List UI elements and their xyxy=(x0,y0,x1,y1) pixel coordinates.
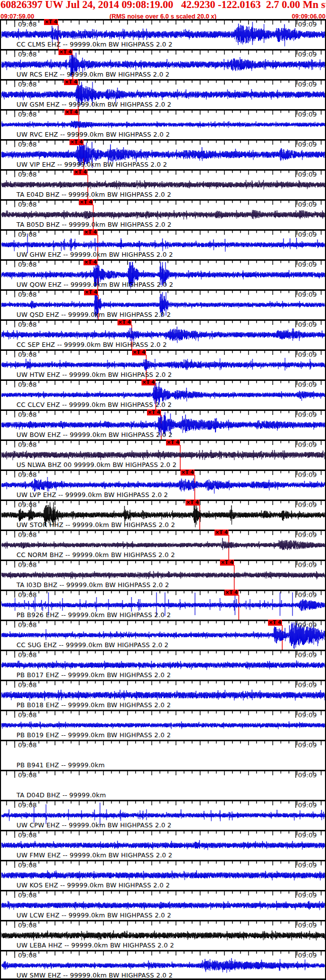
trace-panel: 09:0809:09PB B941 EHZ -- 99999.0km xyxy=(0,740,326,770)
pick-flag[interactable]: ×T 4 xyxy=(84,259,98,265)
pick-flag[interactable]: ×T 4 xyxy=(64,109,78,115)
station-label: PB B017 EHZ -- 99999.0km BW HIGHPASS 2.0… xyxy=(16,672,171,678)
pick-flag[interactable]: ×T 4 xyxy=(147,409,161,415)
station-label: UW CPW EHZ -- 99999.0km BW HIGHPASS 2.0 … xyxy=(16,822,172,828)
pick-flag[interactable]: ×T 4 xyxy=(166,439,180,445)
panel-start-time: 09:08 xyxy=(18,862,36,868)
pick-flag[interactable]: ×T 4 xyxy=(268,620,282,626)
trace-panel: 09:0809:09PB B017 EHZ -- 99999.0km BW HI… xyxy=(0,650,326,680)
panel-start-time: 09:08 xyxy=(18,682,36,688)
trace-panel: 09:0809:09×T 4UW RVC EHZ -- 99999.0km BW… xyxy=(0,109,326,139)
trace-panel: 09:0809:09×T 4UW LVP EHZ -- 99999.0km BW… xyxy=(0,469,326,500)
station-label: UW GHW EHZ -- 99999.0km BW HIGHPASS 2.0 … xyxy=(16,251,173,258)
panel-start-time: 09:08 xyxy=(18,502,36,508)
panel-start-time: 09:08 xyxy=(18,622,36,628)
pick-flag[interactable]: ×T 4 xyxy=(186,500,200,506)
panel-start-time: 09:08 xyxy=(18,201,36,208)
trace-panel: 09:0809:09×T 4CC NORM BHZ -- 99999.0km B… xyxy=(0,530,326,560)
pick-flag[interactable]: ×T 4 xyxy=(214,530,228,536)
station-label: UW LEBA HHZ -- 99999.0km BW HIGHPASS 2.0… xyxy=(16,942,174,948)
station-label: UW QSD EHZ -- 99999.0km BW HIGHPASS 2.0 … xyxy=(16,311,171,318)
panel-start-time: 09:08 xyxy=(18,321,36,328)
panel-end-time: 09:09 xyxy=(298,201,316,208)
trace-panel: 09:0809:09×T 4UW VIP EHZ -- 99999.0km BW… xyxy=(0,139,326,169)
pick-flag[interactable]: ×T 4 xyxy=(58,49,72,55)
panel-start-time: 09:08 xyxy=(18,21,36,28)
pick-flag[interactable]: ×T 4 xyxy=(79,199,93,205)
station-label: TA D04D BHZ -- 99999.0km xyxy=(16,792,106,798)
panel-end-time: 09:09 xyxy=(298,81,316,88)
trace-panel: 09:0809:09×T 4UW STOR HHZ -- 99999.0km B… xyxy=(0,500,326,530)
station-label: CC CLMS EHZ -- 99999.0km BW HIGHPASS 2.0… xyxy=(16,41,172,48)
panel-end-time: 09:09 xyxy=(298,742,316,748)
pick-flag[interactable]: ×T 4 xyxy=(142,379,156,385)
pick-flag[interactable]: ×T 4 xyxy=(84,229,98,235)
station-label: PB B926 EHZ -- 99999.0km BW HIGHPASS 2.0… xyxy=(16,612,171,618)
panel-start-time: 09:08 xyxy=(18,231,36,238)
trace-panel: 09:0809:09×T 4UW RCS EHZ -- 99999.0km BW… xyxy=(0,49,326,79)
panel-end-time: 09:09 xyxy=(298,862,316,868)
trace-panel: 09:0809:09UW FMW EHZ -- 99999.0km BW HIG… xyxy=(0,830,326,860)
panel-end-time: 09:09 xyxy=(298,381,316,388)
trace-list: 09:0809:09×T 4CC CLMS EHZ -- 99999.0km B… xyxy=(0,19,326,980)
panel-end-time: 09:09 xyxy=(298,802,316,808)
panel-start-time: 09:08 xyxy=(18,802,36,808)
panel-end-time: 09:09 xyxy=(298,141,316,148)
panel-end-time: 09:09 xyxy=(298,562,316,568)
pick-flag[interactable]: ×T 4 xyxy=(180,469,194,475)
station-label: UW STOR HHZ -- 99999.0km BW HIGHPASS 2.0… xyxy=(16,522,175,528)
panel-start-time: 09:08 xyxy=(18,141,36,148)
panel-end-time: 09:09 xyxy=(298,832,316,838)
station-label: CC SEP EHZ -- 99999.0km BW HIGHPASS 2.0 … xyxy=(16,341,167,348)
panel-end-time: 09:09 xyxy=(298,532,316,538)
panel-end-time: 09:09 xyxy=(298,652,316,658)
trace-panel: 09:0809:09UW CPW EHZ -- 99999.0km BW HIG… xyxy=(0,800,326,830)
trace-panel: 09:0809:09UW LEBA HHZ -- 99999.0km BW HI… xyxy=(0,920,326,950)
station-label: UW LCW EHZ -- 99999.0km BW HIGHPASS 2.0 … xyxy=(16,912,171,918)
station-label: PB B019 EHZ -- 99999.0km BW HIGHPASS 2.0… xyxy=(16,732,171,738)
pick-flag[interactable]: ×T 4 xyxy=(224,590,238,596)
panel-start-time: 09:08 xyxy=(18,892,36,898)
station-label: UW QOW EHZ -- 99999.0km BW HIGHPASS 2.0 … xyxy=(16,281,173,288)
station-label: CC NORM BHZ -- 99999.0km BW HIGHPASS 2.0… xyxy=(16,552,175,558)
station-label: US NLWA BHZ 00 99999.0km BW HIGHPASS 2.0… xyxy=(16,461,176,468)
panel-end-time: 09:09 xyxy=(298,21,316,28)
panel-start-time: 09:08 xyxy=(18,81,36,88)
panel-end-time: 09:09 xyxy=(298,111,316,118)
panel-end-time: 09:09 xyxy=(298,231,316,238)
pick-flag[interactable]: ×T 4 xyxy=(44,19,58,25)
pick-flag[interactable]: ×T 4 xyxy=(70,139,84,145)
panel-start-time: 09:08 xyxy=(18,532,36,538)
station-label: TA B05D BHZ -- 99999.0km BW HIGHPASS 2.0… xyxy=(16,221,172,228)
station-label: UW BOW EHZ -- 99999.0km BW HIGHPASS 2.0 … xyxy=(16,431,172,438)
panel-start-time: 09:08 xyxy=(18,952,36,958)
seismogram-window: 60826397 UW Jul 24, 2014 09:08:19.00 42.… xyxy=(0,0,326,980)
pick-flag[interactable]: ×T 4 xyxy=(64,79,78,85)
panel-end-time: 09:09 xyxy=(298,952,316,958)
station-label: UW KOS EHZ -- 99999.0km BW HIGHPASS 2.0 … xyxy=(16,882,170,888)
pick-flag[interactable]: ×T 4 xyxy=(74,169,88,175)
panel-start-time: 09:08 xyxy=(18,742,36,748)
panel-start-time: 09:08 xyxy=(18,562,36,568)
trace-panel: 09:0809:09UW LCW EHZ -- 99999.0km BW HIG… xyxy=(0,890,326,920)
panel-start-time: 09:08 xyxy=(18,652,36,658)
station-label: CC CLCV EHZ -- 99999.0km BW HIGHPASS 2.0… xyxy=(16,401,172,408)
pick-flag[interactable]: ×T 4 xyxy=(84,289,98,295)
panel-end-time: 09:09 xyxy=(298,261,316,268)
panel-end-time: 09:09 xyxy=(298,351,316,358)
panel-end-time: 09:09 xyxy=(298,291,316,298)
trace-panel: 09:0809:09×T 4CC SEP EHZ -- 99999.0km BW… xyxy=(0,319,326,349)
panel-start-time: 09:08 xyxy=(18,441,36,448)
pick-flag[interactable]: ×T 4 xyxy=(118,319,132,325)
pick-flag[interactable]: ×T 4 xyxy=(220,560,234,566)
station-label: TA E04D BHZ -- 99999.0km BW HIGHPASS 2.0… xyxy=(16,191,171,198)
pick-flag[interactable]: ×T 4 xyxy=(132,349,146,355)
panel-start-time: 09:08 xyxy=(18,712,36,718)
trace-panel: 09:0809:09×T 4UW BOW EHZ -- 99999.0km BW… xyxy=(0,409,326,439)
trace-panel: 09:0809:09×T 4UW GHW EHZ -- 99999.0km BW… xyxy=(0,229,326,259)
panel-end-time: 09:09 xyxy=(298,592,316,598)
station-label: UW VIP EHZ -- 99999.0km BW HIGHPASS 2.0 … xyxy=(16,161,167,168)
panel-end-time: 09:09 xyxy=(298,171,316,178)
trace-panel: 09:0809:09×T 4TA B05D BHZ -- 99999.0km B… xyxy=(0,199,326,229)
station-label: UW LVP EHZ -- 99999.0km BW HIGHPASS 2.0 … xyxy=(16,492,168,498)
